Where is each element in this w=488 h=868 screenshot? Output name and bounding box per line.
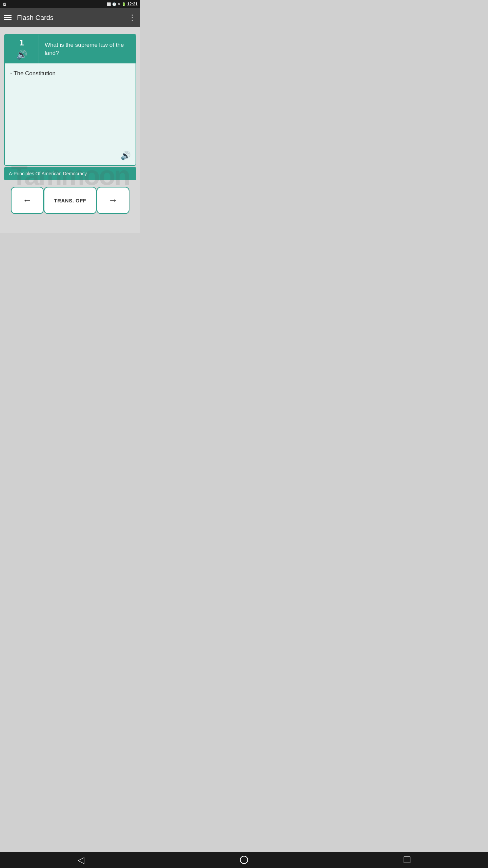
category-bar: A-Principles Of American Democracy. (4, 167, 136, 180)
question-text: What is the supreme law of the land? (45, 41, 130, 57)
status-bar: 🖼 ⬜ 🕐 ✕ 🔋 12:21 (0, 0, 140, 8)
status-time: 12:21 (127, 2, 138, 6)
app-bar-left: Flash Cards (4, 14, 54, 22)
image-icon: 🖼 (3, 2, 6, 6)
speaker-icon-answer[interactable]: 🔊 (121, 151, 131, 160)
sim-icon: ⬜ (107, 2, 111, 6)
question-header: 1 🔊 What is the supreme law of the land? (5, 35, 136, 63)
status-bar-right: ⬜ 🕐 ✕ 🔋 12:21 (107, 2, 138, 6)
hamburger-menu-button[interactable] (4, 15, 12, 20)
trans-button[interactable]: TRANS. OFF (44, 187, 97, 214)
battery-icon: 🔋 (122, 2, 126, 6)
alarm-icon: 🕐 (112, 2, 116, 6)
card-number: 1 (19, 38, 24, 47)
flashcard: 1 🔊 What is the supreme law of the land?… (4, 34, 136, 166)
answer-text: - The Constitution (10, 70, 56, 77)
prev-button[interactable]: ← (11, 187, 44, 214)
main-content: 1 🔊 What is the supreme law of the land?… (0, 27, 140, 233)
nav-buttons: ← TRANS. OFF → (4, 187, 136, 214)
signal-icon: ✕ (118, 2, 120, 6)
more-options-button[interactable]: ⋮ (128, 13, 136, 22)
answer-section: - The Constitution 🔊 (5, 63, 136, 165)
app-title: Flash Cards (17, 14, 54, 22)
status-bar-left: 🖼 (3, 2, 6, 6)
next-button[interactable]: → (97, 187, 129, 214)
card-number-section: 1 🔊 (5, 35, 39, 63)
category-text: A-Principles Of American Democracy. (9, 171, 88, 176)
question-text-section: What is the supreme law of the land? (39, 35, 136, 63)
app-bar: Flash Cards ⋮ (0, 8, 140, 27)
speaker-icon-question[interactable]: 🔊 (16, 50, 27, 60)
